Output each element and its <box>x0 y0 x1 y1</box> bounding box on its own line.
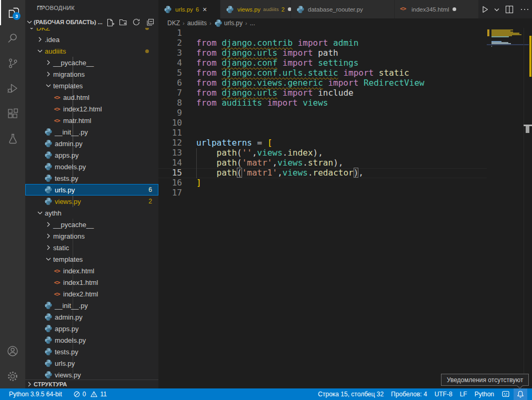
tree-item-templates[interactable]: templates <box>25 80 158 91</box>
tree-item--pycache-[interactable]: __pycache__ <box>25 57 158 68</box>
tree-item-migrations[interactable]: migrations <box>25 230 158 242</box>
activitybar-account-icon[interactable] <box>0 339 25 364</box>
more-actions-icon[interactable] <box>517 0 532 18</box>
breadcrumb-item[interactable]: ... <box>250 19 255 27</box>
close-tab-icon[interactable]: × <box>203 6 207 13</box>
tree-item-admin-py[interactable]: admin.py <box>25 138 158 149</box>
tree-item-templates[interactable]: templates <box>25 253 158 265</box>
tab-label: database_roouter.py <box>308 6 363 13</box>
tab-index345.html[interactable]: <>index345.html <box>395 0 479 18</box>
breadcrumb-item[interactable]: audiiits <box>187 19 207 27</box>
tree-item-tests-py[interactable]: tests.py <box>25 172 158 184</box>
breadcrumb[interactable]: DKZ›audiiits›urls.py›... <box>158 18 532 28</box>
tree-item-apps-py[interactable]: apps.py <box>25 149 158 161</box>
tree-item--pycache-[interactable]: __pycache__ <box>25 219 158 230</box>
chevron-down-icon <box>36 209 44 217</box>
code-line-5: from django.conf.urls.static import stat… <box>196 68 425 78</box>
python-file-icon <box>44 186 53 194</box>
tree-item-label: aythh <box>45 209 62 217</box>
status-bar: Python 3.9.5 64-bit 0 11 Строка 15, стол… <box>0 388 532 400</box>
tree-item-index2-html[interactable]: <>index2.html <box>25 288 158 300</box>
workspace-section-header[interactable]: (РАБОЧАЯ ОБЛАСТЬ) ... <box>25 16 158 28</box>
tree-item-static[interactable]: static <box>25 242 158 253</box>
status-indentation[interactable]: Пробелов: 4 <box>387 388 431 400</box>
tree-item-apps-py[interactable]: apps.py <box>25 323 158 334</box>
tree-item-admin-py[interactable]: admin.py <box>25 311 158 323</box>
tree-item-label: index12.html <box>63 105 102 113</box>
tree-item-models-py[interactable]: models.py <box>25 161 158 172</box>
status-cursor-position[interactable]: Строка 15, столбец 32 <box>314 388 387 400</box>
minimap[interactable] <box>487 28 524 400</box>
code-line-15: path('matr1',views.redactor), <box>196 168 425 178</box>
tree-item-label: index1.html <box>63 279 98 286</box>
activitybar-extensions-icon[interactable] <box>0 101 25 126</box>
feedback-icon[interactable] <box>498 388 514 400</box>
activitybar-source-control-icon[interactable] <box>0 50 25 76</box>
refresh-icon[interactable] <box>132 17 141 27</box>
activitybar-testing-icon[interactable] <box>0 126 25 151</box>
activitybar-settings-icon[interactable] <box>0 364 25 389</box>
tree-item-label: aud.html <box>63 94 89 101</box>
tree-item-audiiits[interactable]: audiiits <box>25 45 158 57</box>
line-number-gutter: 1234567891011121314151617 <box>158 28 182 198</box>
chevron-down-icon <box>36 47 44 55</box>
breadcrumb-separator: › <box>209 20 212 26</box>
problems-item[interactable]: 0 11 <box>66 388 111 400</box>
tree-item-views-py[interactable]: views.py2 <box>25 196 158 207</box>
dirty-dot-icon[interactable] <box>453 7 456 11</box>
breadcrumb-item[interactable]: urls.py <box>224 19 243 27</box>
chevron-right-icon <box>44 58 53 67</box>
breadcrumb-separator: › <box>245 20 247 26</box>
code-line-2: from django.contrib import admin <box>196 38 425 48</box>
tree-item--idea[interactable]: .idea <box>25 34 158 45</box>
tree-item-index12-html[interactable]: <>index12.html <box>25 103 158 115</box>
tree-item--init-py[interactable]: __init__.py <box>25 126 158 138</box>
tree-item-aud-html[interactable]: <>aud.html <box>25 91 158 103</box>
tree-item-label: migrations <box>53 232 85 240</box>
python-file-icon <box>44 128 53 136</box>
line-number-10: 10 <box>158 118 182 128</box>
tab-views.py[interactable]: views.pyaudiiits2 <box>220 0 291 18</box>
status-eol[interactable]: LF <box>456 388 471 400</box>
tree-item-aythh[interactable]: aythh <box>25 207 158 219</box>
tree-item-urls-py[interactable]: urls.py <box>25 357 158 369</box>
status-encoding[interactable]: UTF-8 <box>431 388 456 400</box>
new-file-icon[interactable] <box>105 17 115 27</box>
tab-urls.py[interactable]: urls.py6× <box>158 0 220 18</box>
structure-section-header[interactable]: СТРУКТУРА <box>25 380 158 388</box>
breadcrumb-item[interactable]: DKZ <box>167 19 180 27</box>
line-number-17: 17 <box>158 188 182 198</box>
tree-item-matr-html[interactable]: <>matr.html <box>25 115 158 126</box>
overview-ruler[interactable] <box>524 28 532 400</box>
tree-item-index1-html[interactable]: <>index1.html <box>25 276 158 288</box>
code-editor[interactable]: 1234567891011121314151617 from django.co… <box>158 28 532 388</box>
tab-label: index345.html <box>411 6 449 13</box>
split-editor-icon[interactable] <box>501 0 517 18</box>
tree-item-label: views.py <box>55 198 81 206</box>
python-file-icon <box>226 5 234 14</box>
activitybar-search-icon[interactable] <box>0 25 25 50</box>
scrollbar-cursor-artifact-stem <box>526 126 529 133</box>
status-language-mode[interactable]: Python <box>471 388 498 400</box>
tree-item-tests-py[interactable]: tests.py <box>25 346 158 357</box>
notifications-bell-icon[interactable] <box>514 388 527 400</box>
run-dropdown-icon[interactable] <box>492 0 501 18</box>
tree-item--init-py[interactable]: __init__.py <box>25 300 158 311</box>
collapse-folders-icon[interactable] <box>145 17 154 27</box>
python-version-item[interactable]: Python 3.9.5 64-bit <box>5 388 66 400</box>
tree-item-models-py[interactable]: models.py <box>25 334 158 346</box>
tab-problems-badge: 6 <box>196 6 199 13</box>
new-folder-icon[interactable] <box>118 17 128 27</box>
run-button[interactable] <box>478 0 492 18</box>
tree-item-urls-py[interactable]: urls.py6 <box>25 184 158 196</box>
activitybar-run-and-debug-icon[interactable] <box>0 76 25 101</box>
error-count: 0 <box>83 391 86 398</box>
line-number-15: 15 <box>158 168 182 178</box>
tree-item-index-html[interactable]: <>index.html <box>25 265 158 276</box>
tree-item-migrations[interactable]: migrations <box>25 68 158 80</box>
tree-item-views-py[interactable]: views.py <box>25 369 158 381</box>
explorer-header: ПРОВОДНИК ⋯ <box>25 0 158 16</box>
activitybar-explorer-icon[interactable]: 3 <box>0 0 25 25</box>
tab-database_roouter.py[interactable]: database_roouter.py <box>291 0 395 18</box>
explorer-more-icon[interactable]: ⋯ <box>37 1 150 11</box>
